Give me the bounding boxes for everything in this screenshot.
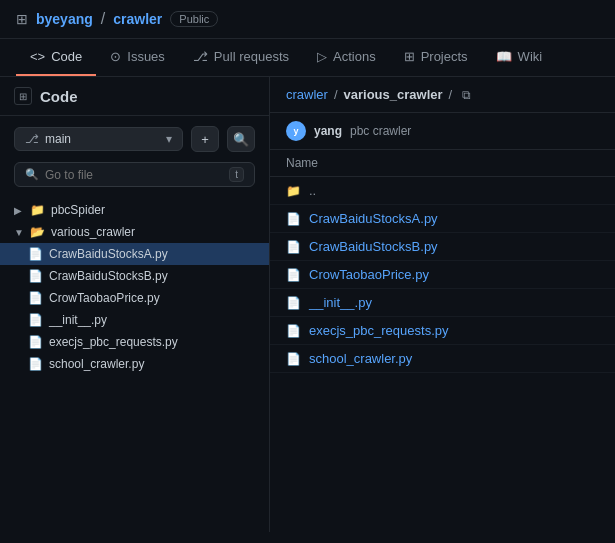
file-icon: 📄 xyxy=(28,335,43,349)
table-row[interactable]: 📄 school_crawler.py xyxy=(270,345,615,373)
file-icon: 📄 xyxy=(286,324,301,338)
main-content: ⊞ Code ⎇ main ▾ + 🔍 🔍 t ▶ 📁 pbcSpide xyxy=(0,77,615,532)
tree-item-various_crawler[interactable]: ▼ 📂 various_crawler xyxy=(0,221,269,243)
breadcrumb-sep1: / xyxy=(334,87,338,102)
issues-icon: ⊙ xyxy=(110,49,121,64)
actions-icon: ▷ xyxy=(317,49,327,64)
table-filename: CrowTaobaoPrice.py xyxy=(309,267,429,282)
branch-selector: ⎇ main ▾ + 🔍 xyxy=(0,116,269,162)
sidebar-header-icon: ⊞ xyxy=(14,87,32,105)
table-row[interactable]: 📄 __init__.py xyxy=(270,289,615,317)
tree-item-label: CrowTaobaoPrice.py xyxy=(49,291,160,305)
expand-icon: ▶ xyxy=(14,205,24,216)
name-column-header: Name xyxy=(286,156,318,170)
file-icon: 📄 xyxy=(28,269,43,283)
branch-dropdown[interactable]: ⎇ main ▾ xyxy=(14,127,183,151)
file-icon: 📄 xyxy=(28,247,43,261)
tab-projects-label: Projects xyxy=(421,49,468,64)
breadcrumb-repo-link[interactable]: crawler xyxy=(286,87,328,102)
table-row[interactable]: 📄 CrawBaiduStocksA.py xyxy=(270,205,615,233)
add-branch-button[interactable]: + xyxy=(191,126,219,152)
tab-projects[interactable]: ⊞ Projects xyxy=(390,39,482,76)
table-row[interactable]: 📄 CrawBaiduStocksB.py xyxy=(270,233,615,261)
tree-item-execjs[interactable]: 📄 execjs_pbc_requests.py xyxy=(0,331,269,353)
tree-item-CrawBaiduStocksB[interactable]: 📄 CrawBaiduStocksB.py xyxy=(0,265,269,287)
tab-actions[interactable]: ▷ Actions xyxy=(303,39,390,76)
tab-pull-requests-label: Pull requests xyxy=(214,49,289,64)
tree-item-label: CrawBaiduStocksA.py xyxy=(49,247,168,261)
nav-tabs: <> Code ⊙ Issues ⎇ Pull requests ▷ Actio… xyxy=(0,39,615,77)
table-filename: __init__.py xyxy=(309,295,372,310)
table-filename: school_crawler.py xyxy=(309,351,412,366)
chevron-down-icon: ▾ xyxy=(166,132,172,146)
avatar: y xyxy=(286,121,306,141)
tab-actions-label: Actions xyxy=(333,49,376,64)
commit-author[interactable]: yang xyxy=(314,124,342,138)
tab-wiki[interactable]: 📖 Wiki xyxy=(482,39,557,76)
tab-code-label: Code xyxy=(51,49,82,64)
folder-icon: 📂 xyxy=(30,225,45,239)
tree-item-school_crawler[interactable]: 📄 school_crawler.py xyxy=(0,353,269,375)
file-icon: 📄 xyxy=(286,296,301,310)
table-filename: CrawBaiduStocksB.py xyxy=(309,239,438,254)
wiki-icon: 📖 xyxy=(496,49,512,64)
right-panel: crawler / various_crawler / ⧉ y yang pbc… xyxy=(270,77,615,532)
tree-item-label: execjs_pbc_requests.py xyxy=(49,335,178,349)
copy-path-icon[interactable]: ⧉ xyxy=(462,88,471,102)
tree-item-label: CrawBaiduStocksB.py xyxy=(49,269,168,283)
file-icon: 📄 xyxy=(28,291,43,305)
tab-issues[interactable]: ⊙ Issues xyxy=(96,39,179,76)
table-filename: execjs_pbc_requests.py xyxy=(309,323,448,338)
table-filename: .. xyxy=(309,183,316,198)
repo-visibility-badge: Public xyxy=(170,11,218,27)
repo-owner[interactable]: byeyang xyxy=(36,11,93,27)
tab-code[interactable]: <> Code xyxy=(16,39,96,76)
tree-item-init[interactable]: 📄 __init__.py xyxy=(0,309,269,331)
shortcut-badge: t xyxy=(229,167,244,182)
search-button[interactable]: 🔍 xyxy=(227,126,255,152)
repo-name[interactable]: crawler xyxy=(113,11,162,27)
projects-icon: ⊞ xyxy=(404,49,415,64)
file-table: Name 📁 .. 📄 CrawBaiduStocksA.py 📄 CrawBa… xyxy=(270,150,615,373)
table-row[interactable]: 📁 .. xyxy=(270,177,615,205)
tree-item-label: pbcSpider xyxy=(51,203,105,217)
table-row[interactable]: 📄 execjs_pbc_requests.py xyxy=(270,317,615,345)
branch-icon: ⎇ xyxy=(25,132,39,146)
table-header: Name xyxy=(270,150,615,177)
file-icon: 📄 xyxy=(286,212,301,226)
file-icon: 📄 xyxy=(28,313,43,327)
commit-bar: y yang pbc crawler xyxy=(270,113,615,150)
tree-item-label: __init__.py xyxy=(49,313,107,327)
file-icon: 📄 xyxy=(286,268,301,282)
tree-item-pbcSpider[interactable]: ▶ 📁 pbcSpider xyxy=(0,199,269,221)
pull-requests-icon: ⎇ xyxy=(193,49,208,64)
breadcrumb: crawler / various_crawler / ⧉ xyxy=(270,77,615,113)
repo-sep: / xyxy=(101,10,105,28)
breadcrumb-current-folder: various_crawler xyxy=(344,87,443,102)
tree-item-label: school_crawler.py xyxy=(49,357,144,371)
expand-icon: ▼ xyxy=(14,227,24,238)
file-icon: 📄 xyxy=(286,240,301,254)
commit-message: pbc crawler xyxy=(350,124,411,138)
branch-name: main xyxy=(45,132,71,146)
table-row[interactable]: 📄 CrowTaobaoPrice.py xyxy=(270,261,615,289)
search-input[interactable] xyxy=(45,168,223,182)
file-icon: 📄 xyxy=(28,357,43,371)
goto-file-container: 🔍 t xyxy=(14,162,255,187)
top-bar: ⊞ byeyang / crawler Public xyxy=(0,0,615,39)
tree-item-CrowTaobaoPrice[interactable]: 📄 CrowTaobaoPrice.py xyxy=(0,287,269,309)
file-icon: 📄 xyxy=(286,352,301,366)
repo-icon: ⊞ xyxy=(16,11,28,27)
table-filename: CrawBaiduStocksA.py xyxy=(309,211,438,226)
tree-item-label: various_crawler xyxy=(51,225,135,239)
sidebar-header: ⊞ Code xyxy=(0,77,269,116)
folder-icon: 📁 xyxy=(286,184,301,198)
search-icon: 🔍 xyxy=(25,168,39,181)
folder-icon: 📁 xyxy=(30,203,45,217)
file-tree: ▶ 📁 pbcSpider ▼ 📂 various_crawler 📄 Craw… xyxy=(0,195,269,379)
code-icon: <> xyxy=(30,49,45,64)
sidebar-title: Code xyxy=(40,88,78,105)
tab-pull-requests[interactable]: ⎇ Pull requests xyxy=(179,39,303,76)
tab-issues-label: Issues xyxy=(127,49,165,64)
tree-item-CrawBaiduStocksA[interactable]: 📄 CrawBaiduStocksA.py xyxy=(0,243,269,265)
